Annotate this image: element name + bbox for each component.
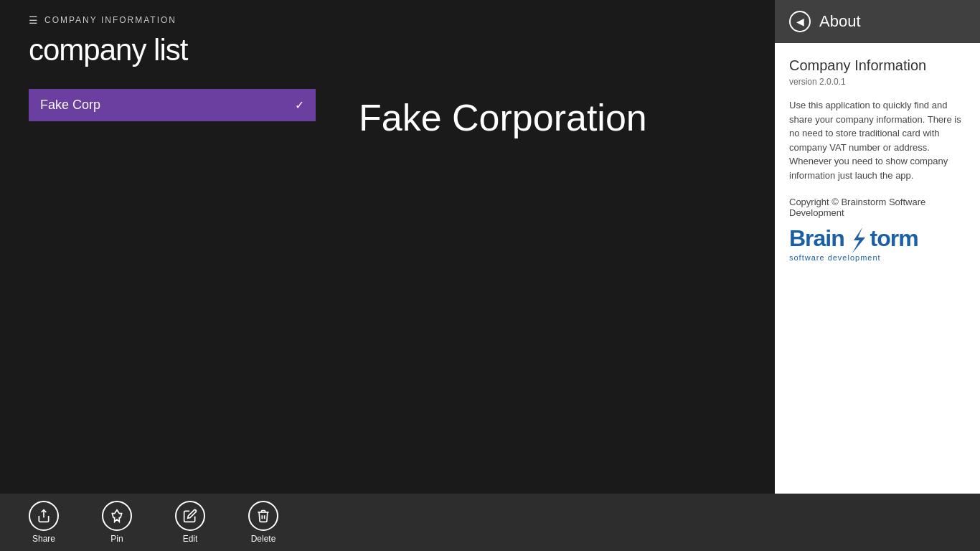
- about-app-title: Company Information: [789, 57, 966, 74]
- delete-icon: [248, 501, 278, 531]
- page-title: company list: [29, 33, 746, 67]
- about-panel: ◀ About Company Information version 2.0.…: [775, 0, 980, 494]
- about-title: About: [819, 12, 861, 31]
- brainstorm-logo: Brain torm software development: [789, 227, 966, 262]
- breadcrumb-text: COMPANY INFORMATION: [44, 15, 176, 25]
- pin-icon: [102, 501, 132, 531]
- delete-label: Delete: [251, 534, 276, 544]
- breadcrumb: ☰ COMPANY INFORMATION: [29, 14, 746, 26]
- back-icon: ◀: [796, 16, 804, 27]
- company-name: Fake Corporation: [359, 96, 647, 139]
- share-icon: [29, 501, 59, 531]
- logo-main-text: Brain torm: [789, 227, 966, 253]
- edit-label: Edit: [183, 534, 198, 544]
- delete-button[interactable]: Delete: [248, 501, 278, 544]
- edit-icon: [175, 501, 205, 531]
- content-area: Fake Corp ✓ Fake Corporation: [29, 89, 746, 479]
- about-content: Company Information version 2.0.0.1 Use …: [775, 43, 980, 494]
- app-bar: Share Pin Edit Delete: [0, 494, 980, 551]
- about-description: Use this application to quickly find and…: [789, 98, 966, 182]
- svg-marker-0: [852, 227, 865, 253]
- company-item-check: ✓: [295, 98, 304, 112]
- company-detail: Fake Corporation: [359, 89, 746, 479]
- back-button[interactable]: ◀: [789, 11, 811, 32]
- company-item-name: Fake Corp: [40, 98, 100, 113]
- logo-lightning: [844, 225, 870, 251]
- logo-storm: torm: [870, 225, 918, 251]
- about-version: version 2.0.0.1: [789, 77, 966, 87]
- left-panel: ☰ COMPANY INFORMATION company list Fake …: [0, 0, 775, 494]
- logo-brain: Brain: [789, 225, 844, 251]
- company-list: Fake Corp ✓: [29, 89, 316, 479]
- logo-sub: software development: [789, 253, 966, 262]
- edit-button[interactable]: Edit: [175, 501, 205, 544]
- share-label: Share: [32, 534, 55, 544]
- company-list-item[interactable]: Fake Corp ✓: [29, 89, 316, 121]
- pin-button[interactable]: Pin: [102, 501, 132, 544]
- share-button[interactable]: Share: [29, 501, 59, 544]
- about-copyright: Copyright © Brainstorm Software Developm…: [789, 197, 966, 218]
- pin-label: Pin: [110, 534, 123, 544]
- about-header: ◀ About: [775, 0, 980, 43]
- breadcrumb-icon: ☰: [29, 14, 39, 26]
